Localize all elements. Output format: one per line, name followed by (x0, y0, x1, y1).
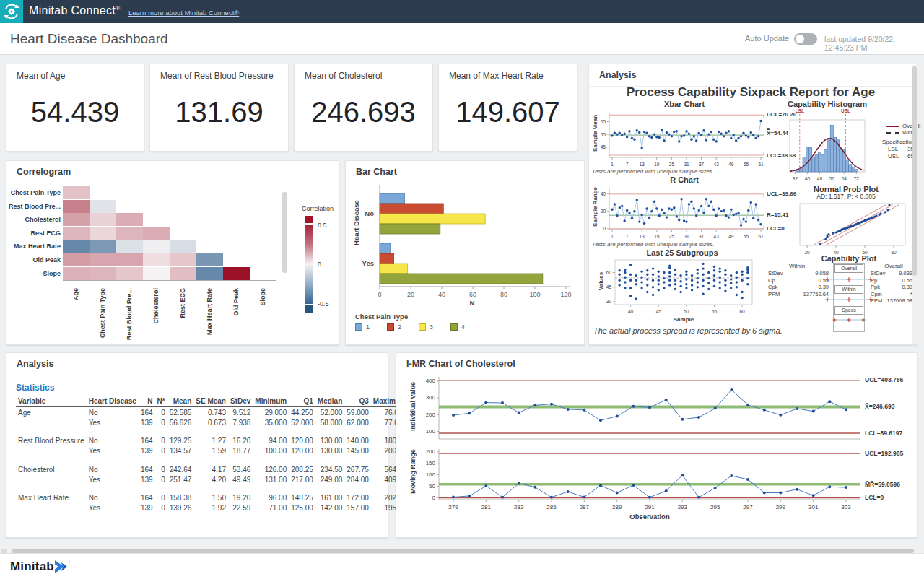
table-cell: 35.000 (253, 417, 289, 427)
kpi-value: 246.693 (295, 96, 432, 129)
svg-text:400: 400 (426, 378, 436, 384)
table-cell: 1.50 (193, 484, 228, 503)
auto-update-toggle[interactable] (794, 33, 817, 45)
svg-text:31: 31 (684, 162, 689, 167)
table-cell: 157.00 (344, 503, 371, 513)
minitab-connect-logo[interactable] (0, 0, 23, 23)
svg-text:40: 40 (805, 176, 811, 181)
spec-row: LSL35 (888, 146, 914, 153)
scrollbar-left-arrow[interactable] (1, 549, 7, 553)
table-cell: 208.25 (289, 456, 315, 475)
heatmap-cell (90, 213, 116, 226)
table-cell: Yes (87, 503, 139, 513)
svg-text:37: 37 (699, 234, 705, 239)
svg-text:45: 45 (601, 144, 606, 149)
svg-text:19: 19 (654, 234, 660, 239)
capability-histogram: LSLUSL324048566472 (785, 108, 869, 185)
heatmap-col-label: Max Heart Rate (206, 288, 214, 350)
column-header: Mean (167, 396, 194, 407)
table-cell: Yes (87, 446, 139, 456)
svg-text:49: 49 (728, 234, 734, 239)
horizontal-scrollbar-thumb[interactable] (12, 549, 914, 553)
svg-text:281: 281 (481, 504, 492, 510)
mr-center-label: M̄R̄=59.0596 (865, 481, 900, 488)
table-cell: 19.20 (228, 484, 253, 503)
capplot-stat-row: PPM137752.64 (768, 291, 829, 298)
svg-text:Yes: Yes (362, 259, 374, 267)
table-cell (16, 417, 87, 427)
svg-text:50: 50 (429, 483, 435, 489)
table-cell: 142.00 (315, 503, 344, 513)
correlogram-scrollbar-thumb[interactable] (282, 192, 287, 273)
svg-text:0: 0 (378, 291, 381, 298)
svg-text:150: 150 (426, 460, 436, 466)
heatmap-row-label: Rest ECG (1, 230, 61, 237)
svg-text:56: 56 (829, 176, 835, 181)
sixpack-scrollbar-track[interactable] (912, 65, 918, 344)
svg-text:200: 200 (426, 412, 436, 418)
table-cell: No (87, 407, 139, 418)
heatmap-row-label: Max Heart Rate (1, 243, 61, 250)
legend-item[interactable]: 4 (450, 323, 465, 331)
kpi-label: Mean of Rest Blood Pressure (160, 71, 274, 81)
capplot-stat-row: StDev9.058 (768, 270, 829, 277)
r-note: Tests are performed with unequal sample … (592, 241, 714, 248)
table-cell: 158.38 (167, 484, 194, 503)
svg-text:60: 60 (606, 270, 612, 275)
panel-title: Analysis (17, 359, 53, 369)
svg-text:19: 19 (654, 162, 660, 167)
correlation-legend-title: Correlation (302, 205, 334, 212)
table-cell: 0 (155, 427, 167, 446)
capplot-within-title: Within (775, 263, 819, 269)
heatmap-cell (116, 227, 143, 240)
ind-ucl-label: UCL=403.766 (865, 376, 903, 383)
svg-text:7: 7 (626, 162, 629, 167)
svg-text:25: 25 (669, 162, 675, 167)
svg-text:279: 279 (448, 504, 458, 510)
heatmap-row-label: Chest Pain Type (1, 189, 61, 196)
legend-item[interactable]: 2 (387, 323, 401, 331)
page-title: Heart Disease Dashboard (10, 31, 168, 47)
legend-overall-swatch (886, 126, 899, 127)
table-cell: 130.00 (315, 427, 344, 446)
svg-text:31: 31 (684, 234, 689, 239)
table-cell: 148.25 (289, 484, 315, 503)
table-cell: 49.49 (228, 474, 253, 484)
table-cell: 56.626 (167, 417, 194, 427)
table-cell: 251.47 (167, 474, 194, 484)
colorbar-tick-zero: 0 (318, 261, 321, 268)
colorbar-gradient (305, 225, 313, 304)
heatmap-col-label: Old Peak (232, 288, 241, 350)
table-cell: 139 (139, 503, 155, 513)
heatmap-cell (196, 253, 223, 266)
table-cell: 16.20 (228, 427, 253, 446)
svg-text:40: 40 (628, 309, 634, 314)
svg-text:100: 100 (426, 428, 436, 435)
svg-text:0: 0 (432, 495, 436, 501)
legend-within-swatch (886, 132, 899, 134)
legend-item[interactable]: 3 (419, 323, 433, 331)
statistics-heading: Statistics (16, 383, 54, 393)
panel-title: Correlogram (17, 167, 71, 177)
svg-text:100: 100 (426, 471, 436, 478)
svg-text:1: 1 (611, 234, 614, 239)
heatmap-cell (116, 267, 143, 280)
svg-text:No: No (365, 209, 374, 217)
heatmap-col-label: Chest Pain Type (99, 288, 108, 350)
horizontal-scrollbar-track[interactable] (0, 547, 924, 553)
capplot-within-stats: StDev9.058Cp0.55Cpk0.39PPM137752.64 (768, 270, 829, 297)
legend-item[interactable]: 1 (355, 323, 370, 331)
sixpack-scrollbar-thumb[interactable] (912, 66, 917, 276)
legend-label: 2 (398, 323, 401, 331)
svg-text:299: 299 (776, 504, 786, 510)
learn-more-link[interactable]: Learn more about Minitab Connect® (128, 9, 239, 17)
colorbar-top-cap (305, 216, 313, 223)
svg-text:61: 61 (758, 234, 764, 239)
table-cell: 0.743 (193, 407, 228, 418)
table-cell: 126.00 (253, 456, 289, 475)
table-cell: 139.26 (167, 503, 194, 513)
last25-xlabel: Sample (611, 316, 756, 323)
heatmap-cell (116, 253, 143, 266)
table-cell: 44.250 (289, 407, 315, 418)
r-lcl-label: LCL=0 (767, 225, 785, 232)
